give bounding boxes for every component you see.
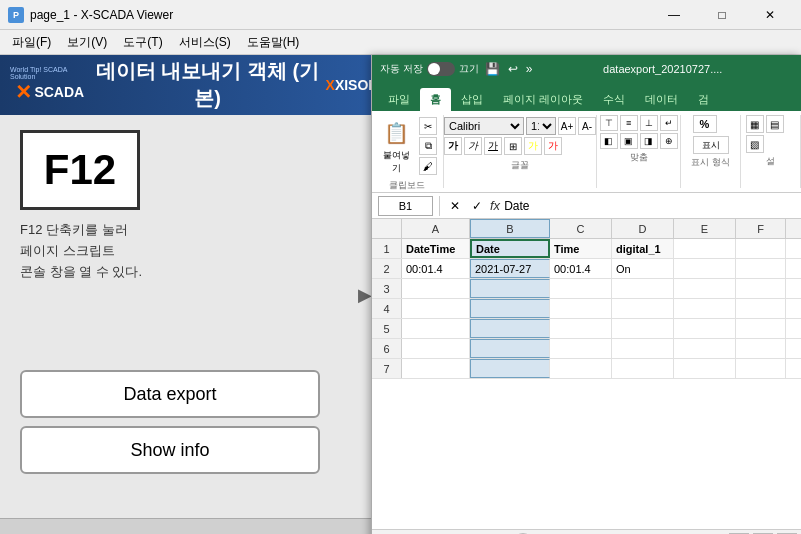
cell-f2[interactable] [736, 259, 786, 278]
align-mid-btn[interactable]: ≡ [620, 115, 638, 131]
cell-a5[interactable] [402, 319, 470, 338]
excel-tab-home[interactable]: 홈 [420, 88, 451, 111]
cell-c3[interactable] [550, 279, 612, 298]
cut-btn[interactable]: ✂ [419, 117, 437, 135]
save-icon[interactable]: 💾 [485, 62, 500, 76]
more-icon[interactable]: » [526, 62, 533, 76]
increase-font-btn[interactable]: A+ [558, 117, 576, 135]
cell-c1[interactable]: Time [550, 239, 612, 258]
data-export-button[interactable]: Data export [20, 370, 320, 418]
align-center-btn[interactable]: ▣ [620, 133, 638, 149]
cell-b3[interactable] [470, 279, 550, 298]
close-button[interactable]: ✕ [747, 1, 793, 29]
percent-btn[interactable]: % [693, 115, 717, 133]
cell-b6[interactable] [470, 339, 550, 358]
font-name-select[interactable]: Calibri [444, 117, 524, 135]
formula-input[interactable] [504, 196, 795, 216]
border-btn[interactable]: ⊞ [504, 137, 522, 155]
col-header-c[interactable]: C [550, 219, 612, 238]
cell-a6[interactable] [402, 339, 470, 358]
excel-tab-data[interactable]: 데이터 [635, 88, 688, 111]
wrap-btn[interactable]: ↵ [660, 115, 678, 131]
excel-tab-insert[interactable]: 삽입 [451, 88, 493, 111]
cell-reference-input[interactable] [378, 196, 433, 216]
col-header-b[interactable]: B [470, 219, 550, 238]
excel-tab-review[interactable]: 검 [688, 88, 719, 111]
cell-e4[interactable] [674, 299, 736, 318]
undo-icon[interactable]: ↩ [508, 62, 518, 76]
align-right-btn[interactable]: ◨ [640, 133, 658, 149]
format-btn[interactable]: 표시 [693, 136, 729, 154]
cell-a7[interactable] [402, 359, 470, 378]
col-header-d[interactable]: D [612, 219, 674, 238]
decrease-font-btn[interactable]: A- [578, 117, 596, 135]
cell-d3[interactable] [612, 279, 674, 298]
format-painter-btn[interactable]: 🖌 [419, 157, 437, 175]
col-header-e[interactable]: E [674, 219, 736, 238]
fill-color-btn[interactable]: 가 [524, 137, 542, 155]
col-header-f[interactable]: F [736, 219, 786, 238]
menu-file[interactable]: 파일(F) [4, 32, 59, 53]
minimize-button[interactable]: — [651, 1, 697, 29]
cell-b1[interactable]: Date [470, 239, 550, 258]
align-top-btn[interactable]: ⊤ [600, 115, 618, 131]
col-header-a[interactable]: A [402, 219, 470, 238]
cell-f1[interactable] [736, 239, 786, 258]
cell-b5[interactable] [470, 319, 550, 338]
menu-help[interactable]: 도움말(H) [239, 32, 308, 53]
cell-e2[interactable] [674, 259, 736, 278]
menu-view[interactable]: 보기(V) [59, 32, 115, 53]
cell-e7[interactable] [674, 359, 736, 378]
cell-a4[interactable] [402, 299, 470, 318]
cell-d7[interactable] [612, 359, 674, 378]
cell-e5[interactable] [674, 319, 736, 338]
italic-btn[interactable]: 가 [464, 137, 482, 155]
cell-e1[interactable] [674, 239, 736, 258]
autosave-toggle[interactable] [427, 62, 455, 76]
underline-btn[interactable]: 가 [484, 137, 502, 155]
cell-f4[interactable] [736, 299, 786, 318]
cell-f6[interactable] [736, 339, 786, 358]
cell-d2[interactable]: On [612, 259, 674, 278]
cell-c4[interactable] [550, 299, 612, 318]
menu-tools[interactable]: 도구(T) [115, 32, 170, 53]
excel-tab-formula[interactable]: 수식 [593, 88, 635, 111]
cell-b4[interactable] [470, 299, 550, 318]
cell-f5[interactable] [736, 319, 786, 338]
merge-btn[interactable]: ⊕ [660, 133, 678, 149]
cell-e6[interactable] [674, 339, 736, 358]
cell-a3[interactable] [402, 279, 470, 298]
paste-button[interactable]: 📋 붙여넣기 [377, 115, 415, 177]
font-color-btn[interactable]: 가 [544, 137, 562, 155]
cell-b2[interactable]: 2021-07-27 [470, 259, 550, 278]
cell-c6[interactable] [550, 339, 612, 358]
cell-d4[interactable] [612, 299, 674, 318]
cell-e3[interactable] [674, 279, 736, 298]
excel-tab-page-layout[interactable]: 페이지 레이아웃 [493, 88, 593, 111]
cell-d1[interactable]: digital_1 [612, 239, 674, 258]
cell-b7[interactable] [470, 359, 550, 378]
cell-f3[interactable] [736, 279, 786, 298]
cell-c7[interactable] [550, 359, 612, 378]
left-scrollbar[interactable] [0, 518, 390, 534]
cell-style-btn[interactable]: ▤ [766, 115, 784, 133]
bold-btn[interactable]: 가 [444, 137, 462, 155]
excel-tab-file[interactable]: 파일 [378, 88, 420, 111]
copy-btn[interactable]: ⧉ [419, 137, 437, 155]
align-bot-btn[interactable]: ⊥ [640, 115, 658, 131]
maximize-button[interactable]: □ [699, 1, 745, 29]
cell-c5[interactable] [550, 319, 612, 338]
cell-f7[interactable] [736, 359, 786, 378]
cancel-formula-btn[interactable]: ✕ [446, 197, 464, 215]
show-info-button[interactable]: Show info [20, 426, 320, 474]
menu-service[interactable]: 서비스(S) [171, 32, 239, 53]
cell-c2[interactable]: 00:01.4 [550, 259, 612, 278]
align-left-btn[interactable]: ◧ [600, 133, 618, 149]
font-size-select[interactable]: 11 [526, 117, 556, 135]
cell-d6[interactable] [612, 339, 674, 358]
insert-cells-btn[interactable]: ▧ [746, 135, 764, 153]
cell-d5[interactable] [612, 319, 674, 338]
cell-a1[interactable]: DateTime [402, 239, 470, 258]
cond-format-btn[interactable]: ▦ [746, 115, 764, 133]
confirm-formula-btn[interactable]: ✓ [468, 197, 486, 215]
